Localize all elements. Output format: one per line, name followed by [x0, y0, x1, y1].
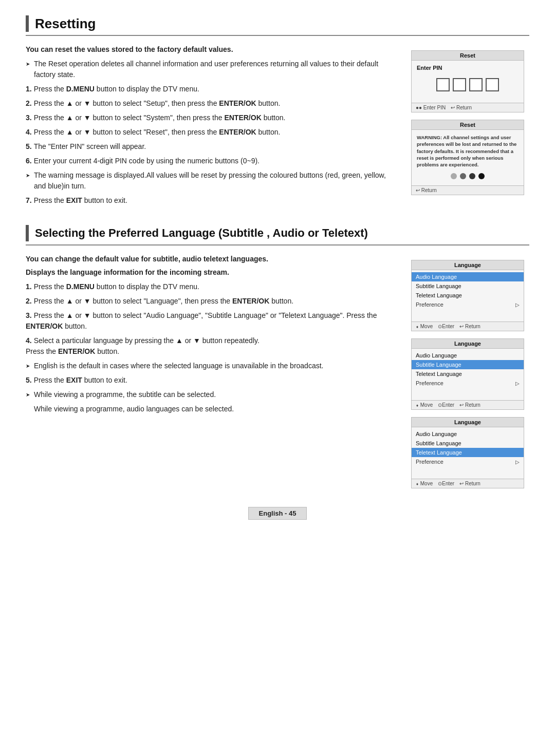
- language-title-text: Selecting the Preferred Language (Subtit…: [35, 226, 368, 240]
- lang-menu-teletext: Teletext Language: [412, 448, 524, 457]
- language-screen-1: Language Audio Language Subtitle Languag…: [411, 260, 524, 331]
- language-text-column: You can change the default value for sub…: [26, 255, 396, 488]
- footer-enter: ⊙Enter: [438, 481, 454, 486]
- lang-menu: Audio Language Subtitle Language Teletex…: [412, 349, 524, 390]
- lang-menu: Audio Language Subtitle Language Teletex…: [412, 427, 524, 468]
- screen-footer: ⬧ Move ⊙Enter ↩ Return: [412, 479, 524, 488]
- language-section: Selecting the Preferred Language (Subtit…: [26, 225, 529, 488]
- screen-body: WARNING: All channel settings and user p…: [412, 130, 524, 185]
- list-item: 4.Press the ▲ or ▼ button to select "Res…: [26, 127, 396, 138]
- footer-return: ↩ Return: [459, 324, 480, 329]
- pin-box-2: [453, 78, 466, 91]
- pin-box-1: [436, 78, 450, 91]
- language-content: You can change the default value for sub…: [26, 255, 529, 488]
- pin-boxes: [417, 78, 519, 91]
- lang-menu-subtitle: Subtitle Language: [412, 360, 524, 369]
- lang-menu-subtitle: Subtitle Language: [412, 439, 524, 448]
- list-item: 3.Press the ▲ or ▼ button to select "Sys…: [26, 112, 396, 123]
- list-item: 4.Select a particular language by pressi…: [26, 335, 396, 357]
- list-item: 6.Enter your current 4-digit PIN code by…: [26, 156, 396, 166]
- lang-menu-preference: Preference ▷: [412, 300, 524, 309]
- list-item: While viewing a programme, audio languag…: [26, 404, 396, 414]
- displays-text: Displays the language information for th…: [26, 268, 396, 276]
- list-item: 5.The "Enter PIN" screen will appear.: [26, 141, 396, 152]
- footer-return: ↩ Return: [451, 105, 472, 110]
- footer-return: ↩ Return: [459, 481, 480, 486]
- footer-return: ↩ Return: [459, 402, 480, 408]
- resetting-screens: Reset Enter PIN ●● Enter PIN ↩ Return: [411, 45, 529, 210]
- screen-footer: ↩ Return: [412, 185, 524, 195]
- screen-footer: ⬧ Move ⊙Enter ↩ Return: [412, 322, 524, 331]
- lang-menu-audio: Audio Language: [412, 351, 524, 360]
- language-screen-2: Language Audio Language Subtitle Languag…: [411, 338, 524, 410]
- footer-enter: ⊙Enter: [438, 402, 454, 408]
- language-steps: 1.Press the D.MENU button to display the…: [26, 281, 396, 414]
- screen-title: Language: [412, 339, 524, 349]
- list-item: 7.Press the EXIT button to exit.: [26, 195, 396, 206]
- lang-menu: Audio Language Subtitle Language Teletex…: [412, 270, 524, 311]
- chevron-icon: ▷: [515, 302, 520, 308]
- title-bar-decoration: [26, 15, 29, 32]
- list-item: 1.Press the D.MENU button to display the…: [26, 84, 396, 94]
- resetting-title: Resetting: [26, 15, 529, 36]
- list-item: While viewing a programme, the subtitle …: [26, 389, 396, 400]
- list-item: The warning message is displayed.All val…: [26, 170, 396, 192]
- color-dots: [417, 173, 519, 179]
- pin-box-3: [469, 78, 483, 91]
- footer-enter-pin: ●● Enter PIN: [416, 105, 446, 110]
- list-item: 2.Press the ▲ or ▼ button to select "Lan…: [26, 296, 396, 307]
- title-bar-decoration: [26, 225, 29, 241]
- warning-text: WARNING: All channel settings and user p…: [417, 134, 519, 168]
- screen-footer: ⬧ Move ⊙Enter ↩ Return: [412, 400, 524, 409]
- footer-enter: ⊙Enter: [438, 324, 454, 329]
- screen-title: Language: [412, 260, 524, 270]
- dot-black: [478, 173, 485, 179]
- page-footer: English - 45: [26, 504, 529, 523]
- footer-move: ⬧ Move: [416, 481, 433, 486]
- screen-title: Language: [412, 418, 524, 427]
- resetting-section: Resetting You can reset the values store…: [26, 15, 529, 210]
- lang-menu-audio: Audio Language: [412, 429, 524, 439]
- list-item: 1.Press the D.MENU button to display the…: [26, 281, 396, 292]
- footer-return: ↩ Return: [416, 187, 437, 193]
- lang-menu-teletext: Teletext Language: [412, 369, 524, 379]
- language-screens: Language Audio Language Subtitle Languag…: [411, 255, 529, 488]
- screen-title: Reset: [412, 120, 524, 130]
- resetting-title-text: Resetting: [35, 16, 96, 32]
- list-item: The Reset operation deletes all channel …: [26, 59, 396, 80]
- screen-footer: ●● Enter PIN ↩ Return: [412, 103, 524, 112]
- language-title: Selecting the Preferred Language (Subtit…: [26, 225, 529, 245]
- lang-menu-teletext: Teletext Language: [412, 291, 524, 300]
- chevron-icon: ▷: [515, 459, 520, 465]
- language-intro: You can change the default value for sub…: [26, 255, 396, 263]
- lang-menu-preference: Preference ▷: [412, 379, 524, 388]
- dot-darkgray: [460, 173, 466, 179]
- chevron-icon: ▷: [515, 381, 520, 386]
- reset-screen-2: Reset WARNING: All channel settings and …: [411, 120, 524, 195]
- resetting-text-column: You can reset the values stored to the f…: [26, 45, 396, 210]
- reset-screen-1: Reset Enter PIN ●● Enter PIN ↩ Return: [411, 50, 524, 112]
- footer-move: ⬧ Move: [416, 402, 433, 408]
- footer-move: ⬧ Move: [416, 324, 433, 329]
- screen-title: Reset: [412, 51, 524, 61]
- enter-pin-label: Enter PIN: [417, 65, 519, 71]
- page-number-box: English - 45: [248, 507, 307, 520]
- list-item: 3.Press the ▲ or ▼ button to select "Aud…: [26, 310, 396, 332]
- language-screen-3: Language Audio Language Subtitle Languag…: [411, 417, 524, 488]
- list-item: 5.Press the EXIT button to exit.: [26, 375, 396, 386]
- list-item: English is the default in cases where th…: [26, 361, 396, 371]
- pin-box-4: [486, 78, 499, 91]
- screen-body: Enter PIN: [412, 61, 524, 103]
- lang-menu-preference: Preference ▷: [412, 457, 524, 466]
- resetting-steps: The Reset operation deletes all channel …: [26, 59, 396, 206]
- resetting-intro: You can reset the values stored to the f…: [26, 45, 396, 53]
- lang-menu-subtitle: Subtitle Language: [412, 281, 524, 291]
- resetting-content: You can reset the values stored to the f…: [26, 45, 529, 210]
- dot-gray: [451, 173, 457, 179]
- list-item: 2.Press the ▲ or ▼ button to select "Set…: [26, 98, 396, 109]
- lang-menu-audio: Audio Language: [412, 272, 524, 281]
- dot-dark: [469, 173, 475, 179]
